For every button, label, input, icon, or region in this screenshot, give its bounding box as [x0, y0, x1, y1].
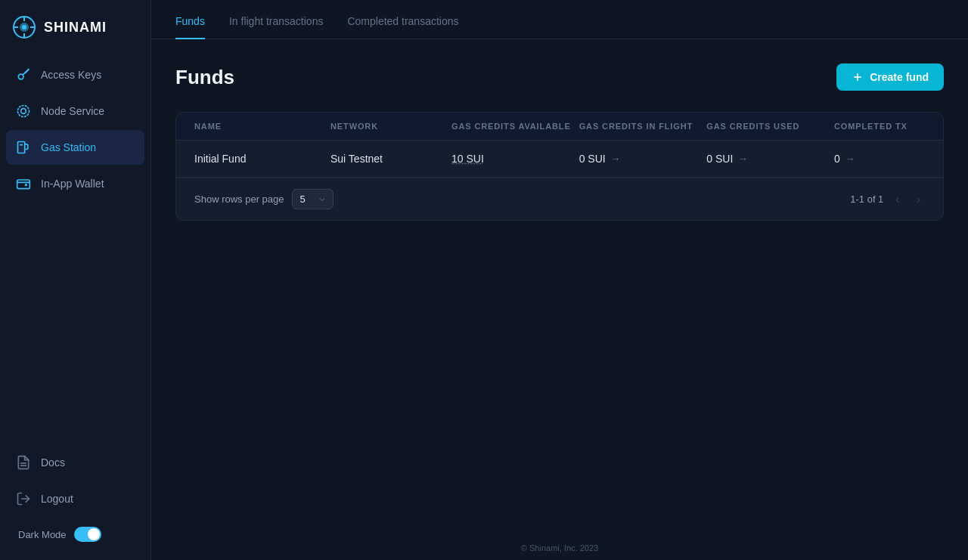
- logo[interactable]: SHINAMI: [0, 0, 150, 57]
- dark-mode-label: Dark Mode: [18, 529, 67, 540]
- col-gas-in-flight: GAS CREDITS IN FLIGHT: [579, 122, 707, 131]
- tabs-bar: Funds In flight transactions Completed t…: [151, 0, 968, 39]
- gas-used-arrow[interactable]: →: [737, 153, 748, 165]
- completed-tx-arrow[interactable]: →: [845, 153, 855, 165]
- col-completed-tx: COMPLETED TX: [834, 122, 925, 131]
- app-name: SHINAMI: [44, 20, 107, 36]
- cell-gas-available: 10 SUI: [451, 153, 579, 165]
- sidebar-item-gas-station[interactable]: Gas Station: [6, 130, 144, 165]
- tab-completed[interactable]: Completed transactions: [347, 0, 458, 39]
- footer: © Shinami, Inc. 2023: [151, 534, 968, 560]
- page-info-text: 1-1 of 1: [850, 193, 883, 205]
- sidebar-item-docs[interactable]: Docs: [6, 445, 144, 480]
- sidebar-bottom: Docs Logout Dark Mode: [0, 433, 150, 560]
- tab-in-flight[interactable]: In flight transactions: [229, 0, 324, 39]
- svg-point-12: [18, 106, 29, 117]
- in-flight-arrow[interactable]: →: [610, 153, 621, 165]
- sidebar-item-label: Access Keys: [41, 69, 101, 81]
- next-page-button[interactable]: ›: [912, 191, 925, 208]
- cell-gas-in-flight: 0 SUI →: [579, 153, 707, 165]
- docs-icon: [15, 454, 32, 471]
- page-content: Funds Create fund NAME NETWORK GAS CREDI…: [151, 39, 968, 534]
- node-icon: [15, 103, 32, 119]
- sidebar-item-label: In-App Wallet: [41, 178, 104, 190]
- copyright-text: © Shinami, Inc. 2023: [521, 537, 598, 555]
- page-header: Funds Create fund: [175, 63, 944, 91]
- tab-funds[interactable]: Funds: [175, 0, 205, 39]
- pagination-info: 1-1 of 1 ‹ ›: [850, 191, 925, 208]
- rows-per-page-label: Show rows per page: [194, 193, 284, 205]
- page-title: Funds: [175, 66, 234, 89]
- plus-icon: [852, 71, 864, 83]
- svg-rect-15: [17, 180, 30, 189]
- table-row: Initial Fund Sui Testnet 10 SUI 0 SUI → …: [176, 141, 943, 178]
- logout-icon: [15, 490, 32, 507]
- svg-line-10: [26, 72, 27, 73]
- cell-network: Sui Testnet: [330, 153, 451, 165]
- svg-line-9: [27, 70, 29, 71]
- prev-page-button[interactable]: ‹: [891, 191, 904, 208]
- nav-items: Access Keys Node Service Gas Station: [0, 57, 150, 433]
- col-network: NETWORK: [330, 122, 451, 131]
- dark-mode-toggle[interactable]: [74, 527, 101, 542]
- shinami-logo-icon: [12, 15, 36, 39]
- cell-gas-used: 0 SUI →: [706, 153, 834, 165]
- sidebar-item-label: Logout: [41, 493, 73, 505]
- sidebar-item-access-keys[interactable]: Access Keys: [6, 57, 144, 92]
- key-icon: [15, 67, 32, 83]
- table-footer: Show rows per page 5 10 25 50 1-1 of 1 ‹…: [176, 178, 943, 220]
- sidebar-item-label: Node Service: [41, 105, 104, 117]
- wallet-icon: [15, 175, 32, 192]
- main-content: Funds In flight transactions Completed t…: [151, 0, 968, 560]
- svg-rect-13: [18, 142, 25, 153]
- cell-completed-tx: 0 →: [834, 153, 925, 165]
- cell-name: Initial Fund: [194, 153, 330, 165]
- create-fund-button[interactable]: Create fund: [836, 63, 944, 91]
- svg-point-2: [22, 25, 26, 29]
- sidebar-item-node-service[interactable]: Node Service: [6, 94, 144, 128]
- sidebar-item-label: Gas Station: [41, 141, 96, 153]
- rows-per-page-select[interactable]: 5 10 25 50: [292, 189, 334, 209]
- rows-per-page: Show rows per page 5 10 25 50: [194, 189, 334, 209]
- sidebar-item-logout[interactable]: Logout: [6, 481, 144, 516]
- funds-table: NAME NETWORK GAS CREDITS AVAILABLE GAS C…: [175, 112, 944, 221]
- sidebar-item-in-app-wallet[interactable]: In-App Wallet: [6, 166, 144, 201]
- table-header: NAME NETWORK GAS CREDITS AVAILABLE GAS C…: [176, 113, 943, 141]
- sidebar-item-label: Docs: [41, 456, 65, 469]
- sidebar: SHINAMI Access Keys Node: [0, 0, 151, 560]
- col-gas-available: GAS CREDITS AVAILABLE: [451, 122, 579, 131]
- gas-icon: [15, 139, 32, 156]
- col-gas-used: GAS CREDITS USED: [706, 122, 834, 131]
- svg-point-11: [21, 109, 26, 114]
- col-name: NAME: [194, 122, 330, 131]
- dark-mode-row: Dark Mode: [6, 518, 144, 551]
